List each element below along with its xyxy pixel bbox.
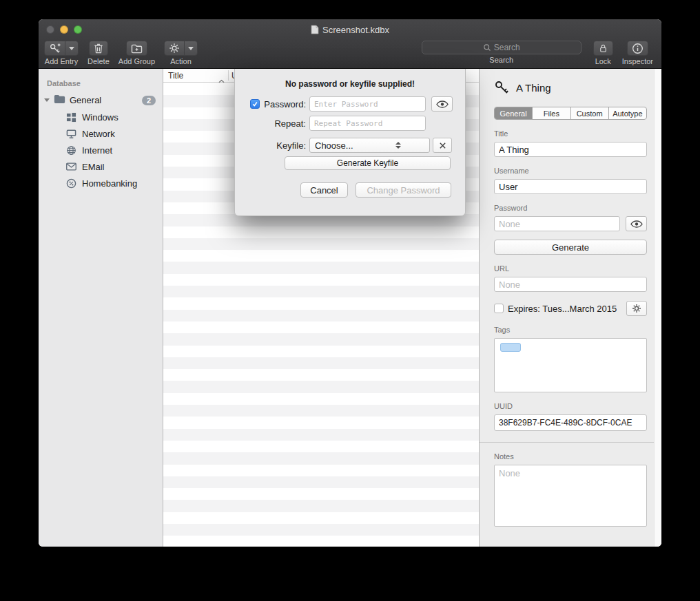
folder-icon	[54, 94, 65, 107]
search-input[interactable]: Search	[422, 41, 581, 54]
search-icon	[483, 43, 491, 52]
inspector-header: A Thing	[494, 69, 647, 96]
entry-count-badge: 2	[142, 96, 156, 105]
expires-checkbox[interactable]	[494, 304, 504, 313]
toolbar-label: Action	[170, 57, 192, 65]
keyfile-popup[interactable]: Choose...	[309, 138, 430, 153]
globe-icon	[66, 145, 76, 156]
inspector-tabs: General Files Custom Autotype	[494, 107, 647, 120]
show-password-button[interactable]	[431, 96, 453, 112]
password-field-label: Password	[494, 204, 647, 212]
toolbar-label: Inspector	[622, 57, 653, 65]
windows-icon	[66, 112, 76, 123]
monitor-icon	[66, 129, 76, 139]
password-label: Password:	[262, 99, 306, 109]
change-password-button[interactable]: Change Password	[356, 182, 451, 198]
dialog-actions: Cancel Change Password	[235, 182, 465, 198]
column-header-title[interactable]: Title	[163, 71, 183, 81]
window-title-area: Screenshot.kdbx	[39, 19, 661, 40]
toolbar-label: Add Group	[119, 57, 155, 65]
column-divider[interactable]	[228, 70, 229, 81]
change-password-label: Change Password	[367, 185, 440, 196]
chevron-down-icon	[69, 47, 74, 50]
url-field[interactable]	[494, 277, 647, 292]
tag-token[interactable]	[500, 343, 521, 352]
entry-title: A Thing	[516, 82, 551, 94]
trash-icon	[90, 41, 107, 55]
sidebar-item-email[interactable]: EMail	[39, 158, 163, 175]
generate-keyfile-button[interactable]: Generate Keyfile	[285, 156, 451, 170]
lock-button[interactable]	[593, 41, 613, 56]
expires-settings-button[interactable]	[626, 301, 647, 316]
toolbar-item-add-entry: Add Entry	[44, 41, 79, 65]
sidebar-section-header: Database	[47, 79, 163, 87]
check-icon	[251, 101, 258, 107]
add-entry-button[interactable]	[44, 41, 79, 56]
username-field-label: Username	[494, 167, 647, 175]
tab-custom[interactable]: Custom	[570, 107, 608, 119]
password-checkbox[interactable]	[250, 99, 260, 109]
toolbar: Add Entry Delete Add Group	[39, 40, 661, 69]
tab-files[interactable]: Files	[532, 107, 570, 119]
sidebar-item-label: Windows	[82, 112, 119, 123]
clear-keyfile-button[interactable]	[433, 138, 452, 153]
sidebar-item-windows[interactable]: Windows	[39, 109, 163, 125]
url-field-label: URL	[494, 264, 647, 273]
key-icon	[494, 80, 509, 95]
sidebar-item-label: Internet	[82, 145, 112, 156]
tab-general[interactable]: General	[495, 107, 532, 119]
delete-button[interactable]	[89, 41, 108, 56]
keyfile-popup-value: Choose...	[315, 140, 371, 151]
cancel-label: Cancel	[310, 185, 338, 196]
document-icon	[311, 25, 319, 34]
keyfile-label: Keyfile:	[262, 140, 306, 151]
show-password-button[interactable]	[626, 216, 647, 231]
eye-icon	[630, 220, 643, 228]
cancel-button[interactable]: Cancel	[300, 182, 348, 198]
sidebar-group-general[interactable]: General 2	[39, 92, 163, 109]
action-button[interactable]	[164, 41, 198, 56]
key-plus-icon	[45, 41, 65, 55]
keyfile-row: Keyfile: Choose...	[250, 138, 465, 153]
uuid-field[interactable]	[494, 414, 647, 431]
password-field[interactable]	[494, 216, 620, 231]
repeat-password-input[interactable]	[309, 116, 426, 131]
tab-autotype[interactable]: Autotype	[608, 107, 646, 119]
generate-password-button[interactable]: Generate	[494, 240, 647, 255]
toolbar-label: Delete	[88, 57, 110, 65]
username-field[interactable]	[494, 179, 647, 194]
action-dropdown[interactable]	[184, 41, 197, 55]
title-field-label: Title	[494, 129, 647, 138]
tags-field-label: Tags	[494, 326, 647, 334]
toolbar-item-delete: Delete	[88, 41, 110, 65]
add-group-button[interactable]	[126, 41, 147, 56]
sidebar: Database General 2 Windows Network	[39, 69, 163, 547]
window-title: Screenshot.kdbx	[322, 25, 389, 35]
gear-icon	[632, 304, 641, 313]
new-password-input[interactable]	[309, 96, 426, 112]
sidebar-group-label: General	[70, 95, 101, 105]
titlebar[interactable]: Screenshot.kdbx	[39, 19, 661, 40]
uuid-field-label: UUID	[494, 402, 647, 410]
sidebar-item-label: Homebanking	[82, 178, 137, 189]
notes-field[interactable]	[494, 465, 647, 527]
scrollbar-track[interactable]	[654, 69, 661, 547]
title-field[interactable]	[494, 142, 647, 157]
inspector-button[interactable]	[627, 41, 648, 56]
tags-field[interactable]	[494, 338, 647, 392]
folder-plus-icon	[127, 41, 147, 55]
window-header: Screenshot.kdbx Add Entry	[39, 19, 661, 69]
dialog-message: No password or keyfile supplied!	[235, 79, 465, 89]
lock-icon	[594, 41, 612, 55]
eye-icon	[436, 101, 449, 108]
sidebar-item-network[interactable]: Network	[39, 125, 163, 142]
sidebar-item-internet[interactable]: Internet	[39, 142, 163, 158]
repeat-row: Repeat:	[250, 116, 465, 131]
info-icon	[628, 41, 648, 55]
inspector-panel: A Thing General Files Custom Autotype Ti…	[479, 69, 661, 547]
toolbar-item-inspector: Inspector	[622, 41, 653, 65]
add-entry-dropdown[interactable]	[65, 41, 78, 55]
sidebar-item-homebanking[interactable]: Homebanking	[39, 175, 163, 191]
toolbar-item-lock: Lock	[593, 41, 613, 65]
disclosure-triangle-icon[interactable]	[44, 98, 50, 102]
